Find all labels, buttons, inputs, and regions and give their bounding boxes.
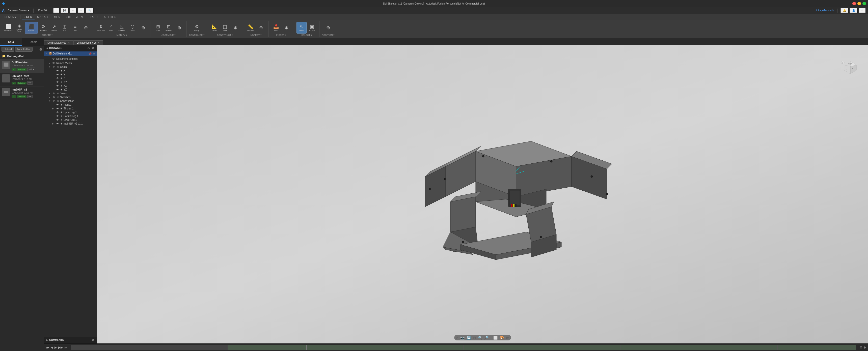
viewport-canvas[interactable]: TOP R F ⌂	[97, 45, 868, 344]
doc-tab-doll-skeleton[interactable]: DollSkeleton v11 ✕	[44, 40, 73, 45]
tree-x[interactable]: 👁 ☀ X	[44, 69, 97, 73]
tl-step[interactable]	[385, 345, 464, 350]
tab-mesh[interactable]: MESH	[52, 15, 64, 20]
account-menu[interactable]: Cameron Coward ▾	[5, 8, 31, 12]
tree-xz[interactable]: 👁 ☀ XZ	[44, 84, 97, 88]
construct-label[interactable]: CONSTRUCT ▾	[217, 34, 233, 36]
select-btn[interactable]: ↖ Select	[297, 22, 307, 34]
timeline-settings-btn[interactable]: ⚙	[860, 346, 863, 349]
design-mode-dropdown[interactable]: DESIGN ▾	[2, 15, 19, 20]
save-btn[interactable]: 💾	[61, 8, 69, 13]
window-select-btn[interactable]: ▣ Window	[307, 22, 317, 34]
timeline-next-btn[interactable]: ▶▶	[58, 346, 63, 349]
comments-expand[interactable]: ▶	[46, 339, 48, 342]
revolve-btn[interactable]: ⟳ Revolve	[38, 22, 49, 34]
tree-sketches[interactable]: ▶ 👁 ☀ Sketches	[44, 95, 97, 99]
tl-step[interactable]	[71, 345, 149, 350]
asbuilt-joint-btn[interactable]: ⊡ As-Built	[163, 22, 174, 34]
tree-thorax[interactable]: ▶ 👁 ☀ Thorax 1	[44, 107, 97, 110]
tl-step[interactable]	[542, 345, 620, 350]
create-label[interactable]: CREATE ▾	[42, 34, 53, 36]
timeline-more-btn[interactable]: ⊕	[864, 346, 866, 349]
insert-more-btn[interactable]: ⊕	[282, 22, 292, 34]
notifications-btn[interactable]: 🔔	[840, 8, 848, 13]
settings-btn[interactable]: ⚙	[859, 8, 866, 13]
redo-btn[interactable]: ↪	[78, 8, 85, 13]
visual-style-btn[interactable]: 🎨	[500, 336, 504, 340]
tab-utilities[interactable]: UTILITIES	[102, 15, 119, 20]
tree-document-settings[interactable]: ⚙ Document Settings	[44, 57, 97, 61]
timeline-end-btn[interactable]: ⏭	[64, 346, 67, 349]
more-view-btn[interactable]: ⊕	[506, 336, 509, 340]
inspect-more-btn[interactable]: ⊕	[256, 22, 266, 34]
configure-label[interactable]: CONFIGURE ▾	[189, 34, 205, 36]
chamfer-btn[interactable]: ◺ Chamfer	[117, 22, 127, 34]
doc-tab-doll-close[interactable]: ✕	[68, 41, 70, 44]
modify-more-btn[interactable]: ⊕	[138, 22, 148, 34]
search-btn[interactable]: 🔍	[86, 8, 94, 13]
browser-active-doc[interactable]: ▼ 📦 DollSkeleton v11 📌 ⚙	[44, 52, 97, 56]
tree-xy[interactable]: 👁 ☀ XY	[44, 80, 97, 84]
home-btn[interactable]: ⌂	[53, 8, 60, 13]
plane-along-btn[interactable]: ◫ Plane	[220, 22, 230, 34]
close-button[interactable]	[852, 2, 856, 5]
project-item-doll-skeleton[interactable]: DollSkeleton 10/19/2024 10:16 AM ✓ Edita…	[0, 59, 44, 73]
account-avatar-btn[interactable]: 👤	[849, 8, 858, 13]
tree-z[interactable]: 👁 ☀ Z	[44, 76, 97, 80]
project-item-linkage-tests[interactable]: LinkageTests 10/17/2024 2:15 PM ✓ Editab…	[0, 73, 44, 87]
browser-collapse-icon[interactable]: ◀	[46, 46, 48, 50]
tree-upper-leg[interactable]: 👁 ☀ UpperLeg 1	[44, 110, 97, 114]
measure-btn[interactable]: 📏 Measure	[246, 22, 256, 34]
tl-step[interactable]	[307, 345, 385, 350]
tl-step[interactable]	[699, 345, 778, 350]
tree-yz[interactable]: 👁 ☀ YZ	[44, 88, 97, 92]
timeline-track[interactable]	[71, 345, 856, 350]
position-label[interactable]: POSITION ▾	[322, 34, 335, 36]
new-folder-btn[interactable]: New Folder	[15, 47, 33, 52]
doc-tab-linkage-tests[interactable]: LinkageTests v1↑ ✕	[73, 40, 103, 45]
tl-step[interactable]	[620, 345, 699, 350]
linkage-tests-version-btn[interactable]: v ▾	[27, 81, 33, 85]
assemble-more-btn[interactable]: ⊕	[174, 22, 184, 34]
select-label[interactable]: SELECT ▾	[301, 34, 312, 36]
upload-btn[interactable]: Upload	[1, 47, 14, 52]
assemble-label[interactable]: ASSEMBLE ▾	[161, 34, 176, 36]
position-btn[interactable]: ⊕	[323, 22, 333, 34]
tree-origin[interactable]: ▼ 👁 ☀ Origin	[44, 65, 97, 69]
fillet-btn[interactable]: ◜ Fillet	[106, 22, 116, 34]
new-component-btn[interactable]: ⬜ New Comp	[3, 22, 13, 34]
create-more-btn[interactable]: ⊕	[81, 22, 91, 34]
doc-tab-linkage-close[interactable]: ✕	[98, 41, 100, 44]
tree-construction[interactable]: ▼ 👁 ☀ Construction	[44, 99, 97, 103]
home-view-btn[interactable]: ⌂	[456, 336, 458, 340]
create-form-btn[interactable]: ◈ Create Form	[14, 22, 24, 34]
display-mode-btn[interactable]: ⬜	[493, 336, 498, 340]
panel-settings-btn[interactable]: ⚙	[39, 47, 42, 52]
extrude-btn[interactable]: ⬛ Extrude	[25, 22, 38, 34]
tree-y[interactable]: 👁 ☀ Y	[44, 73, 97, 76]
undo-btn[interactable]: ↩	[70, 8, 77, 13]
tl-step-active[interactable]	[228, 345, 306, 350]
tl-step[interactable]	[464, 345, 542, 350]
timeline-play-btn[interactable]: ▶	[55, 346, 57, 349]
offset-plane-btn[interactable]: 📐 Offset	[210, 22, 219, 34]
press-pull-btn[interactable]: ⇕ Press Pull	[96, 22, 106, 34]
project-item-mg996r[interactable]: mg996R_v2 10/19/2024 10:05 AM ✓ Editable…	[0, 87, 44, 100]
construct-more-btn[interactable]: ⊕	[230, 22, 241, 34]
data-tab[interactable]: Data	[0, 38, 22, 46]
browser-settings-btn[interactable]: ⚙	[87, 46, 91, 50]
minimize-button[interactable]	[858, 2, 861, 5]
inspect-label[interactable]: INSPECT ▾	[250, 34, 261, 36]
maximize-button[interactable]	[863, 2, 866, 5]
orbit-btn[interactable]: 🔄	[467, 336, 471, 340]
tree-plane1[interactable]: 👁 ☀ Plane1	[44, 103, 97, 107]
timeline-start-btn[interactable]: ⏮	[46, 346, 49, 349]
configure-btn[interactable]: ⚙ Config	[192, 22, 202, 34]
tab-sheet-metal[interactable]: SHEET METAL	[64, 15, 86, 20]
shell-btn[interactable]: ⬡ Shell	[127, 22, 137, 34]
doll-skeleton-version-btn[interactable]: v11 ▾	[27, 68, 35, 71]
insert-label[interactable]: INSERT ▾	[276, 34, 286, 36]
capture-view-btn[interactable]: 📷	[460, 336, 465, 340]
joint-btn[interactable]: ⊞ Joint	[153, 22, 163, 34]
browser-close-btn[interactable]: ✕	[91, 46, 95, 50]
